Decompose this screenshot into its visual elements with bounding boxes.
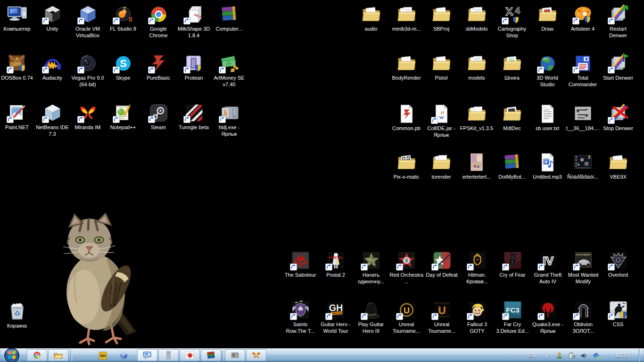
unreal-tournament-2[interactable]: UUUnreal Tourname... [424, 299, 460, 334]
language-indicator[interactable]: EN [528, 349, 536, 362]
taskbar-orange-app[interactable] [225, 349, 245, 361]
dotmybot-archive[interactable]: DotMyBot... [494, 152, 530, 181]
taskbar-phone-app[interactable] [158, 349, 179, 361]
play-gh3[interactable]: Play Guitar Hero III [353, 299, 389, 334]
folder-pistol[interactable]: Pistol [423, 53, 459, 82]
day-of-defeat[interactable]: Day of Defeat [424, 250, 460, 279]
red-orchestra[interactable]: Red Orchestra ... [388, 250, 424, 285]
miranda-im[interactable]: Miranda IM [70, 102, 106, 131]
virtualbox[interactable]: Oracle VM VirtualBox [70, 4, 106, 39]
taskbar-chrome[interactable] [27, 349, 47, 361]
erterter-image[interactable]: ertertertert... [459, 152, 495, 181]
dosbox[interactable]: BDOSXDOSBox 0.74 [0, 53, 35, 82]
fallout-3[interactable]: Fallout 3 GOTY [459, 299, 495, 334]
sb-user-txt[interactable]: sb user.txt [529, 103, 565, 132]
hidden-icons-arrow[interactable] [543, 349, 550, 362]
taskbar-display-app[interactable] [137, 349, 157, 361]
unreal-tournament-1[interactable]: UUnreal Tourname... [388, 299, 424, 334]
folder-sbmodels[interactable]: sbModels [459, 4, 495, 33]
folder-mdldec[interactable]: MdlDec [494, 103, 530, 132]
quicklaunch-virtualbox[interactable] [118, 350, 129, 361]
my-computer[interactable]: Компьютер [0, 4, 35, 33]
quake3[interactable]: Quake3.exe - Ярлык [530, 299, 566, 334]
stop-denwer[interactable]: Stop Denwer [600, 103, 636, 132]
notepad-plus[interactable]: Notepad++ [105, 102, 141, 131]
protean[interactable]: Protean [176, 53, 212, 82]
artisteer[interactable]: Artisteer 4 [565, 4, 601, 33]
taskbar-miranda[interactable] [246, 349, 266, 361]
recycle-bin[interactable]: ♻Корзина [0, 301, 35, 329]
folder-bodyrender[interactable]: BodyRender [388, 53, 424, 82]
guitar-hero-wt[interactable]: GHWORLD TOURGuitar Hero - World Tour [318, 299, 354, 334]
start-denwer[interactable]: Start Denwer [600, 53, 636, 82]
icon-label: ertertertert... [459, 174, 494, 181]
icon-label: Tunngle beta [176, 124, 211, 131]
unity[interactable]: Unity [34, 4, 70, 33]
hitman[interactable]: Hitman. Кровав... [459, 250, 495, 285]
purebasic[interactable]: PureBasic [140, 53, 176, 82]
folder-minib3d[interactable]: minib3d-m... [388, 4, 424, 33]
icon-label: Overlord [601, 272, 636, 279]
folder-shnyaga[interactable]: Шняга [494, 53, 530, 82]
google-chrome[interactable]: Google Chrome [140, 4, 176, 39]
folder-draw[interactable]: Draw [529, 4, 565, 33]
collide-jar[interactable]: CollIDE.jar - Ярлык [423, 103, 459, 138]
cartography-shop[interactable]: X4Cartography Shop [494, 4, 530, 39]
artmoney[interactable]: ArtMoney SE v7.40 [211, 53, 247, 88]
paint-net[interactable]: Paint.NET [0, 102, 35, 131]
cry-of-fear[interactable]: Cry of Fear [495, 250, 530, 279]
folder-vbe9x[interactable]: VBE9X [600, 152, 636, 181]
shortcut-arrow-icon [113, 17, 120, 25]
taskbar-grip-2[interactable] [222, 350, 224, 361]
gta-iv[interactable]: IVGrand Theft Auto IV [530, 250, 566, 285]
user-status-icon[interactable] [556, 349, 563, 362]
vegas-pro[interactable]: Vegas Pro 9.0 (64-bit) [70, 53, 106, 88]
icon-label: torender [424, 174, 459, 181]
steam[interactable]: Steam [140, 102, 176, 131]
mojibake-file[interactable]: ÑòàðÏåðäóí... [565, 152, 601, 181]
fl-studio[interactable]: 8FL Studio 8 [105, 4, 141, 33]
overlord[interactable]: Overlord [600, 250, 636, 279]
saints-row[interactable]: Saints Row.The T... [282, 299, 318, 334]
untitled-mp3[interactable]: Untitled.mp3 [529, 152, 565, 181]
most-wanted-modify[interactable]: MOST WANTEDMost Wanted Modify [565, 250, 601, 285]
folder-audio[interactable]: ♪audio [353, 4, 389, 33]
shortcut-arrow-icon [290, 313, 297, 320]
clipboard-plug-icon[interactable] [568, 349, 575, 362]
3d-world-studio[interactable]: 3D World Studio [529, 53, 565, 88]
taskbar-grip[interactable] [70, 350, 72, 361]
folder-models[interactable]: models [459, 53, 495, 82]
audacity[interactable]: Audacity [34, 53, 70, 82]
clock[interactable]: 18:35 [615, 349, 628, 362]
oblivion[interactable]: Oblivion ЗОЛОТ... [565, 299, 601, 334]
folder-pixomatic[interactable]: Pix-o-matic [388, 152, 424, 181]
common-pb[interactable]: Common.pb [388, 103, 424, 132]
hldj[interactable]: λhldj.exe - Ярлык [211, 102, 247, 137]
quicklaunch-kh[interactable]: kH [97, 350, 108, 361]
the-saboteur[interactable]: The Saboteur [282, 250, 318, 279]
start-singleplayer[interactable]: Начать одиночну... [353, 250, 389, 285]
far-cry-3[interactable]: FC3Far Cry 3.Deluxe Ed... [495, 299, 530, 334]
folder-torender[interactable]: torender [423, 152, 459, 181]
skype[interactable]: SSkype [105, 53, 141, 82]
start-button[interactable] [4, 347, 20, 362]
t-36-184-image[interactable]: t__36__184.... [565, 103, 601, 132]
shortcut-arrow-icon [608, 263, 615, 271]
folder-sbproj[interactable]: SBProj [423, 4, 459, 33]
postal-2[interactable]: POSTAL2Postal 2 [318, 250, 354, 279]
show-desktop-button[interactable] [639, 349, 644, 362]
milkshape[interactable]: MILKMilkShape 3D 1.8.4 [176, 4, 212, 39]
volume-icon[interactable] [580, 349, 587, 362]
dropbox-icon[interactable] [593, 349, 600, 362]
taskbar-explorer[interactable] [48, 349, 68, 361]
total-commander[interactable]: Total Commander [565, 53, 601, 88]
taskbar-splat-app[interactable] [180, 349, 200, 361]
folder-fpskit[interactable]: FPSKit_v1.3.5 [459, 103, 495, 132]
computer-archive[interactable]: Computer... [211, 4, 247, 33]
taskbar-stack-app[interactable] [201, 349, 221, 361]
netbeans[interactable]: NetBeans IDE 7.3 [34, 102, 70, 137]
restart-denwer[interactable]: Restart Denwer [600, 4, 636, 39]
tunngle[interactable]: Tunngle beta [176, 102, 212, 131]
icon-label: Oracle VM VirtualBox [70, 26, 105, 39]
css[interactable]: CSS [600, 299, 636, 328]
